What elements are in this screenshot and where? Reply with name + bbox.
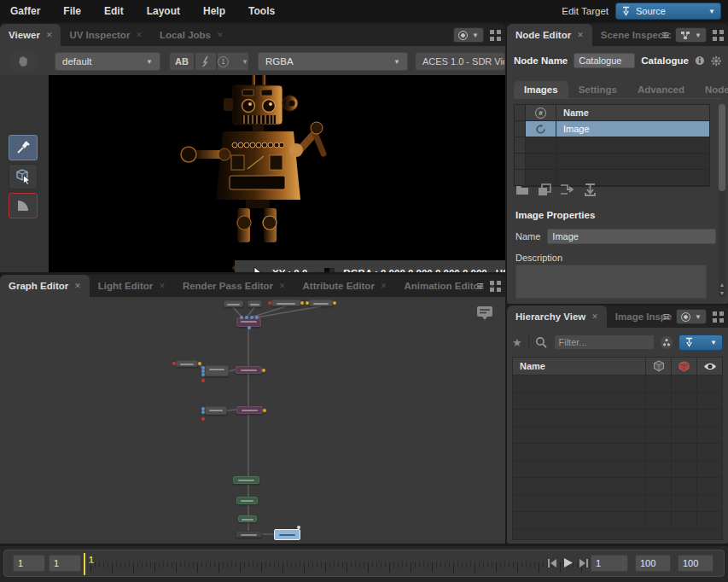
image-row-empty[interactable]	[515, 154, 709, 170]
header-exclude-column[interactable]	[671, 358, 696, 375]
row-exclude-cell[interactable]	[671, 478, 696, 494]
hierarchy-row[interactable]	[513, 512, 722, 529]
tab-hierarchy-view[interactable]: Hierarchy View ✕	[507, 306, 607, 328]
row-visibility-cell[interactable]	[696, 512, 722, 528]
node-plug[interactable]	[255, 316, 259, 319]
graph-node[interactable]	[236, 406, 263, 414]
node-plug[interactable]	[263, 409, 266, 412]
extract-icon[interactable]	[584, 183, 597, 196]
row-include-cell[interactable]	[645, 427, 671, 443]
current-frame-input[interactable]	[591, 555, 628, 572]
edit-target-dropdown[interactable]: Source ▼	[615, 3, 721, 20]
play-icon[interactable]	[562, 557, 574, 568]
graph-node[interactable]	[274, 529, 300, 540]
close-icon[interactable]: ✕	[279, 282, 286, 290]
menu-icon[interactable]: ≡	[662, 312, 670, 321]
editor-focus-dropdown[interactable]: ▼	[675, 27, 707, 43]
row-visibility-cell[interactable]	[696, 478, 722, 494]
scroll-up-icon[interactable]: ▲	[719, 281, 725, 288]
annotation-bubble-icon[interactable]	[476, 306, 493, 321]
node-plug[interactable]	[240, 316, 243, 319]
header-index[interactable]: #	[525, 105, 556, 120]
image-row-empty[interactable]	[515, 137, 709, 154]
hierarchy-row[interactable]	[513, 495, 722, 512]
close-icon[interactable]: ✕	[577, 31, 584, 39]
scrollbar-thumb[interactable]	[719, 104, 725, 191]
crop-window-tool[interactable]	[9, 193, 38, 218]
row-include-cell[interactable]	[645, 512, 671, 528]
node-plug[interactable]	[306, 301, 309, 305]
graph-node[interactable]	[236, 366, 262, 374]
node-editor-scrollbar[interactable]: ▲ ▼	[719, 104, 725, 297]
display-transform-button[interactable]: ACES 1.0 - SDR Video	[415, 52, 505, 71]
tab-node-editor[interactable]: Node Editor ✕	[507, 24, 592, 46]
node-name-input[interactable]	[574, 53, 635, 68]
hierarchy-row[interactable]	[513, 375, 722, 393]
timeline-ruler[interactable]	[90, 556, 591, 574]
node-plug[interactable]	[250, 316, 253, 319]
row-visibility-cell[interactable]	[696, 410, 722, 426]
row-exclude-cell[interactable]	[671, 427, 696, 443]
node-plug[interactable]	[201, 417, 205, 421]
tab-render-pass-editor[interactable]: Render Pass Editor ✕	[174, 275, 294, 297]
close-icon[interactable]: ✕	[136, 31, 143, 39]
bookmark-star-icon[interactable]: ★	[512, 336, 522, 349]
node-plug[interactable]	[297, 526, 300, 529]
close-icon[interactable]: ✕	[381, 282, 387, 290]
layout-grid-icon[interactable]	[713, 311, 724, 323]
node-plug[interactable]	[172, 362, 176, 365]
edit-scope-dropdown[interactable]: ▼	[678, 335, 723, 351]
row-visibility-cell[interactable]	[696, 461, 722, 477]
compare-ab-button[interactable]: AB	[169, 52, 195, 71]
graph-node[interactable]	[205, 365, 229, 376]
color-picker-tool[interactable]	[9, 135, 38, 160]
graph-node[interactable]	[205, 406, 227, 415]
menu-layout[interactable]: Layout	[147, 5, 180, 17]
hierarchy-row[interactable]	[513, 444, 722, 461]
row-include-cell[interactable]	[645, 393, 671, 409]
selection-tool[interactable]	[9, 164, 38, 189]
image-row-selected[interactable]: Image	[515, 121, 709, 137]
row-visibility-cell[interactable]	[696, 495, 722, 511]
node-plug[interactable]	[268, 301, 271, 305]
tab-local-jobs[interactable]: Local Jobs ✕	[151, 24, 232, 46]
graph-node[interactable]	[176, 360, 198, 367]
tab-primitive-inspector[interactable]: Prim	[504, 275, 505, 297]
node-plug[interactable]	[198, 362, 201, 365]
graph-node[interactable]	[236, 531, 262, 538]
close-icon[interactable]: ✕	[74, 282, 81, 290]
layout-grid-icon[interactable]	[490, 281, 501, 292]
graph-node[interactable]	[224, 300, 243, 307]
section-tab-advanced[interactable]: Advanced	[627, 81, 695, 98]
layout-grid-icon[interactable]	[490, 30, 501, 41]
pan-tool-button[interactable]	[9, 50, 38, 73]
row-include-cell[interactable]	[645, 478, 671, 494]
row-include-cell[interactable]	[645, 375, 671, 392]
skip-start-icon[interactable]	[547, 558, 557, 568]
graph-node[interactable]	[238, 515, 257, 522]
graph-canvas[interactable]	[0, 297, 505, 544]
menu-help[interactable]: Help	[203, 5, 225, 17]
new-folder-icon[interactable]	[515, 183, 529, 195]
range-end-input[interactable]	[678, 555, 713, 572]
node-plug[interactable]	[201, 373, 205, 376]
hierarchy-row[interactable]	[513, 478, 722, 495]
row-include-cell[interactable]	[645, 461, 671, 477]
duplicate-icon[interactable]	[538, 183, 551, 196]
menu-tools[interactable]: Tools	[248, 5, 275, 17]
row-visibility-cell[interactable]	[696, 427, 722, 443]
row-visibility-cell[interactable]	[696, 375, 722, 392]
menu-gaffer[interactable]: Gaffer	[10, 5, 40, 17]
row-include-cell[interactable]	[645, 444, 671, 460]
header-include-column[interactable]	[645, 358, 671, 375]
close-icon[interactable]: ✕	[591, 312, 598, 321]
row-visibility-cell[interactable]	[696, 393, 722, 409]
viewer-focus-dropdown[interactable]: ▼	[453, 27, 484, 43]
menu-icon[interactable]: ≡	[476, 282, 484, 290]
header-name[interactable]: Name	[556, 105, 709, 120]
row-include-cell[interactable]	[645, 495, 671, 511]
hierarchy-row[interactable]	[513, 427, 722, 444]
close-icon[interactable]: ✕	[159, 282, 166, 290]
channel-dropdown[interactable]: RGBA ▼	[258, 52, 408, 71]
node-plug[interactable]	[333, 301, 336, 305]
